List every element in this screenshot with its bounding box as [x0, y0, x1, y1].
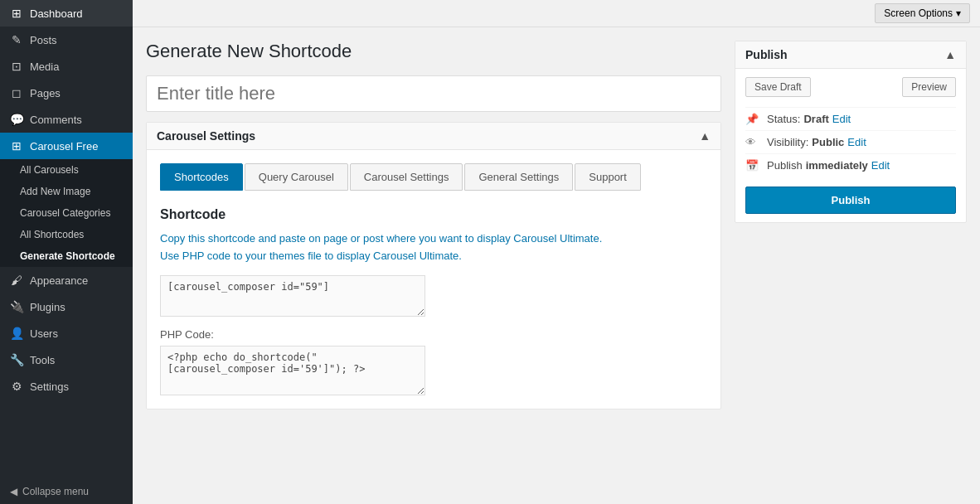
sidebar-item-dashboard[interactable]: ⊞ Dashboard — [0, 0, 133, 27]
publish-status-row: 📌 Status: Draft Edit — [745, 107, 956, 130]
publish-time-label: Publish — [767, 159, 803, 172]
tabs-container: Shortcodes Query Carousel Carousel Setti… — [160, 163, 707, 191]
plugins-icon: 🔌 — [10, 300, 23, 313]
tab-carousel-settings[interactable]: Carousel Settings — [350, 163, 463, 191]
tools-icon: 🔧 — [10, 353, 23, 366]
save-draft-button[interactable]: Save Draft — [745, 77, 811, 97]
users-icon: 👤 — [10, 327, 23, 340]
shortcode-description: Copy this shortcode and paste on page or… — [160, 230, 707, 265]
sidebar-item-label: Plugins — [30, 301, 65, 313]
sidebar-item-label: Pages — [30, 87, 61, 99]
publish-header: Publish ▲ — [735, 41, 966, 69]
carousel-icon: ⊞ — [10, 139, 23, 153]
sidebar-sub-all-shortcodes[interactable]: All Shortcodes — [0, 224, 133, 245]
php-label: PHP Code: — [160, 328, 707, 341]
tab-shortcodes[interactable]: Shortcodes — [160, 163, 243, 191]
page-title: Generate New Shortcode — [146, 41, 721, 62]
main-column: Generate New Shortcode Carousel Settings… — [146, 41, 721, 491]
status-value: Draft — [803, 113, 828, 125]
tab-support[interactable]: Support — [575, 163, 641, 191]
tab-general-settings[interactable]: General Settings — [464, 163, 573, 191]
visibility-edit-link[interactable]: Edit — [847, 136, 866, 148]
settings-icon: ⚙ — [10, 380, 23, 393]
sidebar-item-posts[interactable]: ✎ Posts — [0, 27, 133, 53]
pages-icon: ◻ — [10, 86, 23, 99]
preview-button[interactable]: Preview — [902, 77, 956, 97]
publish-time-edit-link[interactable]: Edit — [871, 159, 890, 172]
sidebar-item-carousel-free[interactable]: ⊞ Carousel Free — [0, 133, 133, 159]
sidebar-item-appearance[interactable]: 🖌 Appearance — [0, 267, 133, 293]
main-area: Screen Options ▾ Generate New Shortcode … — [133, 0, 980, 504]
collapse-icon: ◀ — [10, 486, 17, 497]
title-input[interactable] — [146, 75, 721, 112]
posts-icon: ✎ — [10, 33, 23, 46]
visibility-icon: 👁 — [745, 136, 762, 148]
sidebar-item-label: Appearance — [30, 274, 88, 287]
content-area: Generate New Shortcode Carousel Settings… — [133, 27, 980, 504]
sidebar-sub-carousel-categories[interactable]: Carousel Categories — [0, 202, 133, 224]
publish-toggle-button[interactable]: ▲ — [944, 48, 956, 61]
sidebar-sub-all-carousels[interactable]: All Carousels — [0, 159, 133, 181]
sidebar-item-label: Settings — [30, 380, 69, 393]
topbar: Screen Options ▾ — [133, 0, 980, 27]
php-textarea[interactable] — [160, 346, 425, 395]
calendar-icon: 📅 — [745, 159, 762, 172]
meta-box-header: Carousel Settings ▲ — [147, 123, 720, 150]
status-label: Status: — [767, 113, 800, 125]
carousel-settings-box: Carousel Settings ▲ Shortcodes Query Car… — [146, 122, 721, 410]
sidebar: ⊞ Dashboard ✎ Posts ⊡ Media ◻ Pages 💬 Co… — [0, 0, 133, 504]
media-icon: ⊡ — [10, 60, 23, 73]
sidebar-item-users[interactable]: 👤 Users — [0, 320, 133, 346]
publish-body: Save Draft Preview 📌 Status: Draft Edit … — [735, 69, 966, 222]
meta-box-title: Carousel Settings — [157, 129, 255, 143]
sidebar-item-label: Media — [30, 61, 59, 73]
publish-title: Publish — [745, 48, 788, 61]
sidebar-item-label: Tools — [30, 354, 55, 366]
sidebar-item-settings[interactable]: ⚙ Settings — [0, 373, 133, 400]
shortcode-section: Shortcode Copy this shortcode and paste … — [160, 207, 707, 395]
collapse-menu[interactable]: ◀ Collapse menu — [0, 479, 133, 504]
sidebar-item-comments[interactable]: 💬 Comments — [0, 106, 133, 133]
sidebar-item-tools[interactable]: 🔧 Tools — [0, 346, 133, 373]
visibility-value: Public — [812, 136, 844, 148]
sidebar-sub-add-new-image[interactable]: Add New Image — [0, 181, 133, 202]
sidebar-sub-generate-shortcode[interactable]: Generate Shortcode — [0, 245, 133, 267]
publish-time-value: immediately — [806, 159, 868, 172]
sidebar-item-pages[interactable]: ◻ Pages — [0, 80, 133, 106]
shortcode-section-title: Shortcode — [160, 207, 707, 222]
sidebar-item-label: Users — [30, 327, 58, 340]
sidebar-item-label: Comments — [30, 114, 82, 126]
sidebar-item-media[interactable]: ⊡ Media — [0, 53, 133, 80]
comments-icon: 💬 — [10, 113, 23, 126]
shortcode-textarea[interactable] — [160, 275, 425, 317]
status-icon: 📌 — [745, 113, 762, 125]
dashboard-icon: ⊞ — [10, 7, 23, 20]
side-column: Publish ▲ Save Draft Preview 📌 Status: D… — [735, 41, 967, 491]
meta-box-toggle-button[interactable]: ▲ — [699, 129, 711, 143]
visibility-label: Visibility: — [767, 136, 808, 148]
screen-options-button[interactable]: Screen Options ▾ — [875, 3, 970, 23]
publish-button[interactable]: Publish — [745, 187, 956, 214]
publish-visibility-row: 👁 Visibility: Public Edit — [745, 130, 956, 153]
sidebar-item-label: Carousel Free — [30, 140, 98, 153]
publish-time-row: 📅 Publish immediately Edit — [745, 153, 956, 177]
sidebar-item-plugins[interactable]: 🔌 Plugins — [0, 293, 133, 320]
sidebar-item-label: Posts — [30, 34, 57, 46]
meta-box-body: Shortcodes Query Carousel Carousel Setti… — [147, 150, 720, 409]
tab-query-carousel[interactable]: Query Carousel — [245, 163, 348, 191]
carousel-submenu: All Carousels Add New Image Carousel Cat… — [0, 159, 133, 267]
sidebar-item-label: Dashboard — [30, 7, 83, 20]
publish-box: Publish ▲ Save Draft Preview 📌 Status: D… — [735, 41, 967, 223]
chevron-down-icon: ▾ — [956, 7, 961, 19]
status-edit-link[interactable]: Edit — [832, 113, 851, 125]
appearance-icon: 🖌 — [10, 274, 23, 287]
publish-actions: Save Draft Preview — [745, 77, 956, 97]
